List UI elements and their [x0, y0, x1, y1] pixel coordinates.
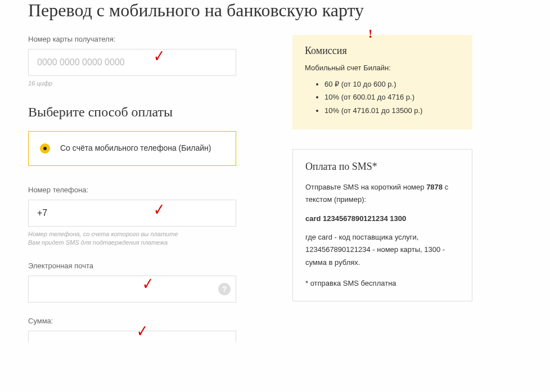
commission-title: Комиссия: [305, 45, 460, 57]
phone-group: Номер телефона: Номер телефона, со счета…: [28, 186, 236, 247]
email-label: Электронная почта: [28, 262, 236, 270]
commission-item: 60 ₽ (от 10 до 600 р.): [324, 78, 460, 91]
amount-input[interactable]: [28, 331, 236, 342]
payment-option-label: Со счёта мобильного телефона (Билайн): [60, 143, 211, 154]
help-icon[interactable]: ?: [218, 283, 231, 295]
phone-hint: Номер телефона, со счета которого вы пла…: [28, 230, 236, 247]
phone-input[interactable]: [28, 200, 236, 227]
amount-group: Сумма: ✓: [28, 317, 236, 342]
sms-footnote: * отправка SMS бесплатна: [305, 277, 459, 290]
commission-subtitle: Мобильный счет Билайн:: [305, 64, 460, 72]
payment-option-mobile[interactable]: Со счёта мобильного телефона (Билайн): [28, 131, 236, 166]
sms-box: Оплата по SMS* Отправьте SMS на короткий…: [292, 149, 472, 301]
radio-selected-icon: [40, 143, 50, 154]
exclamation-icon: !: [368, 26, 372, 41]
sms-explain: где card - код поставщика услуги, 123456…: [305, 231, 459, 268]
commission-list: 60 ₽ (от 10 до 600 р.) 10% (от 600.01 до…: [305, 78, 460, 117]
sms-title: Оплата по SMS*: [305, 161, 459, 173]
email-input[interactable]: [28, 276, 236, 303]
amount-label: Сумма:: [28, 317, 236, 325]
card-number-input[interactable]: [28, 49, 236, 76]
sms-code-example: card 1234567890121234 1300: [305, 214, 459, 223]
phone-label: Номер телефона:: [28, 186, 236, 194]
card-number-label: Номер карты получателя:: [28, 35, 236, 43]
email-group: Электронная почта ? ✓: [28, 262, 236, 303]
commission-box: ! Комиссия Мобильный счет Билайн: 60 ₽ (…: [292, 35, 472, 129]
page-title: Перевод с мобильного на банковскую карту: [28, 0, 522, 21]
card-number-group: Номер карты получателя: 16 цифр ✓: [28, 35, 236, 88]
card-number-hint: 16 цифр: [28, 79, 236, 88]
payment-method-title: Выберите способ оплаты: [28, 105, 236, 120]
commission-item: 10% (от 4716.01 до 13500 р.): [324, 104, 460, 117]
sms-intro: Отправьте SMS на короткий номер 7878 с т…: [305, 181, 459, 206]
commission-item: 10% (от 600.01 до 4716 р.): [324, 91, 460, 103]
